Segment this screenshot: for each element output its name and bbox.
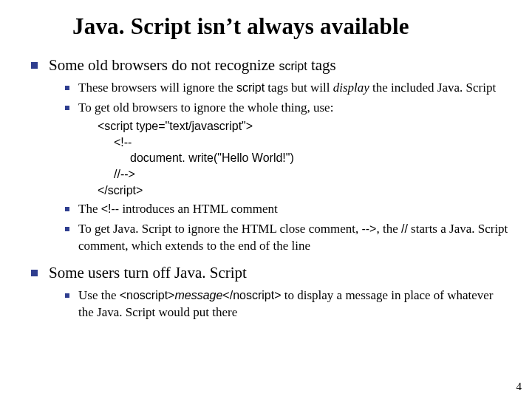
- bullet-1-sublist: These browsers will ignore the script ta…: [62, 80, 510, 255]
- bullet-1: Some old browsers do not recognize scrip…: [27, 55, 510, 255]
- b1s4-code2: //: [401, 222, 408, 235]
- bullet-2-text: Some users turn off Java. Script: [49, 264, 247, 282]
- b2s1-ital: message: [174, 289, 222, 301]
- bullet-list-level1: Some old browsers do not recognize scrip…: [27, 55, 510, 321]
- slide-title: Java. Script isn’t always available: [72, 13, 510, 40]
- slide: Java. Script isn’t always available Some…: [0, 0, 532, 399]
- b1s1-ital: display: [333, 81, 369, 95]
- bullet-1-code: script: [279, 60, 307, 72]
- b1s1-post: the included Java. Script: [369, 81, 496, 95]
- code-block: <script type="text/javascript"> <!-- doc…: [98, 118, 510, 198]
- page-number: 4: [516, 381, 522, 393]
- code-line-1: <script type="text/javascript">: [98, 118, 510, 134]
- bullet-1-sub-2: To get old browsers to ignore the whole …: [62, 100, 510, 198]
- b1s4-code1: -->: [361, 222, 376, 235]
- bullet-2-sub-1: Use the <noscript>message</noscript> to …: [62, 287, 510, 321]
- code-line-2: <!--: [98, 134, 510, 151]
- bullet-2-sublist: Use the <noscript>message</noscript> to …: [62, 287, 510, 321]
- b2s1-pre: Use the: [78, 288, 120, 302]
- b1s4-pre: To get Java. Script to ignore the HTML c…: [78, 222, 361, 236]
- b2s1-code1: <noscript>: [120, 289, 175, 301]
- b1s1-code: script: [236, 81, 265, 94]
- code-line-4: //-->: [98, 166, 510, 183]
- bullet-1-sub-4: To get Java. Script to ignore the HTML c…: [62, 221, 510, 255]
- bullet-1-pre: Some old browsers do not recognize: [49, 56, 279, 74]
- b1s3-code: <!--: [101, 202, 119, 215]
- b1s2-text: To get old browsers to ignore the whole …: [78, 100, 333, 115]
- b1s1-pre: These browsers will ignore the: [78, 81, 236, 95]
- bullet-1-sub-3: The <!-- introduces an HTML comment: [62, 201, 510, 218]
- b1s1-mid: tags but will: [265, 81, 333, 95]
- bullet-1-post: tags: [307, 56, 336, 74]
- bullet-2: Some users turn off Java. Script Use the…: [27, 262, 510, 321]
- b1s3-post: introduces an HTML comment: [119, 202, 278, 216]
- b2s1-code2: </noscript>: [222, 289, 281, 301]
- b1s3-pre: The: [78, 202, 101, 216]
- code-line-5: </script>: [98, 183, 510, 199]
- code-line-3: document. write("Hello World!"): [98, 150, 510, 166]
- bullet-1-sub-1: These browsers will ignore the script ta…: [62, 80, 510, 97]
- b1s4-mid: , the: [376, 222, 401, 236]
